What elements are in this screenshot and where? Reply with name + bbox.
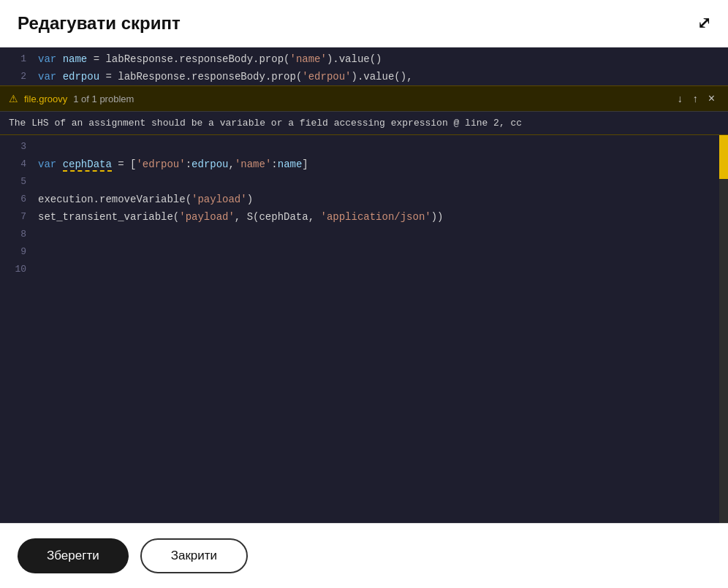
line-number-8: 8 bbox=[0, 226, 38, 243]
line-content-4: var cephData = ['edrpou':edrpou,'name':n… bbox=[38, 156, 728, 173]
code-line-6: 6 execution.removeVariable('payload') bbox=[0, 191, 728, 208]
code-line-7: 7 set_transient_variable('payload', S(ce… bbox=[0, 208, 728, 226]
expand-icon[interactable]: ⤢ bbox=[697, 14, 710, 33]
problem-close-button[interactable]: × bbox=[704, 91, 719, 107]
page-title: Редагувати скрипт bbox=[18, 13, 181, 34]
problem-nav-up[interactable]: ↑ bbox=[689, 91, 702, 106]
line-content-7: set_transient_variable('payload', S(ceph… bbox=[38, 208, 728, 226]
line-number-2: 2 bbox=[0, 68, 38, 85]
line-number-5: 5 bbox=[0, 173, 38, 191]
line-number-6: 6 bbox=[0, 191, 38, 208]
code-line-4: 4 var cephData = ['edrpou':edrpou,'name'… bbox=[0, 156, 728, 173]
footer: Зберегти Закрити bbox=[0, 523, 728, 588]
line-content-1: var name = labResponse.responseBody.prop… bbox=[38, 50, 728, 68]
code-line-5: 5 bbox=[0, 173, 728, 191]
editor-container: 1 var name = labResponse.responseBody.pr… bbox=[0, 47, 728, 523]
code-line-9: 9 bbox=[0, 243, 728, 261]
scroll-indicator bbox=[719, 135, 728, 179]
editor-header: Редагувати скрипт ⤢ bbox=[0, 0, 728, 47]
line-content-2: var edrpou = labResponse.responseBody.pr… bbox=[38, 68, 728, 85]
code-line-10: 10 bbox=[0, 261, 728, 278]
code-editor-top[interactable]: 1 var name = labResponse.responseBody.pr… bbox=[0, 47, 728, 85]
code-line-1: 1 var name = labResponse.responseBody.pr… bbox=[0, 50, 728, 68]
code-line-3: 3 bbox=[0, 138, 728, 156]
code-line-8: 8 bbox=[0, 226, 728, 243]
problem-panel: ⚠ file.groovy 1 of 1 problem ↓ ↑ × The L… bbox=[0, 85, 728, 135]
line-number-4: 4 bbox=[0, 156, 38, 173]
warning-icon: ⚠ bbox=[9, 93, 18, 104]
problem-count: 1 of 1 problem bbox=[73, 93, 134, 104]
line-number-1: 1 bbox=[0, 50, 38, 68]
scrollbar[interactable] bbox=[719, 135, 728, 523]
problem-nav-down[interactable]: ↓ bbox=[673, 91, 687, 106]
save-button[interactable]: Зберегти bbox=[18, 538, 129, 573]
close-button[interactable]: Закрити bbox=[140, 538, 248, 573]
code-editor-bottom[interactable]: 3 4 var cephData = ['edrpou':edrpou,'nam… bbox=[0, 135, 728, 523]
line-number-7: 7 bbox=[0, 208, 38, 226]
code-line-2: 2 var edrpou = labResponse.responseBody.… bbox=[0, 68, 728, 85]
problem-header: ⚠ file.groovy 1 of 1 problem ↓ ↑ × bbox=[0, 86, 728, 111]
line-number-10: 10 bbox=[0, 261, 38, 278]
problem-message: The LHS of an assignment should be a var… bbox=[0, 111, 728, 134]
problem-filename: file.groovy bbox=[24, 93, 67, 104]
line-content-6: execution.removeVariable('payload') bbox=[38, 191, 728, 208]
line-number-3: 3 bbox=[0, 138, 38, 156]
line-number-9: 9 bbox=[0, 243, 38, 261]
problem-nav: ↓ ↑ × bbox=[673, 91, 719, 107]
